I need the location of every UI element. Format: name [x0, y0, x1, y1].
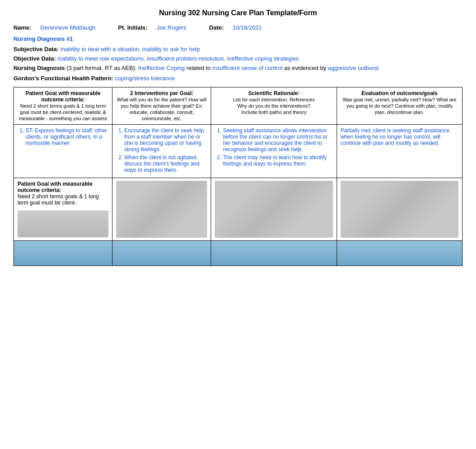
rationale-1-1: Seeking staff assistance allows interven… — [223, 127, 327, 153]
goal-subtext-2: Need 2 short terms goals & 1 long term g… — [17, 193, 99, 206]
objective-data-row: Objective Data: inability to meet role e… — [13, 55, 463, 62]
table-row-1: ST: Express feelings to staff, other cli… — [14, 125, 463, 178]
col-interventions-header: 2 Interventions per Goal: What will you … — [113, 87, 211, 125]
evaluation-text-1: Partially met; client is seeking staff a… — [341, 127, 450, 146]
care-plan-table: Patient Goal with measurable outcome cri… — [13, 87, 463, 266]
goal-cell-2: Patient Goal with measurable outcome cri… — [14, 178, 113, 241]
rationale-cell-1: Seeking staff assistance allows interven… — [211, 125, 337, 178]
col-evaluation-header: Evaluation of outcomes/goals Was goal me… — [337, 87, 462, 125]
subjective-label: Subjective Data: — [13, 46, 59, 52]
subjective-data-row: Subjective Data: inability to deal with … — [13, 46, 463, 52]
date-label: Date: — [209, 24, 224, 31]
intervention-1-1: Encourage the client to seek help from a… — [124, 127, 203, 153]
bottom-cell-3 — [211, 241, 337, 266]
intervention-1-2: When the client is not agitated, discuss… — [124, 154, 199, 173]
gordon-row: Gordon's Functional Health Pattern: copi… — [13, 75, 463, 82]
objective-label: Objective Data: — [13, 55, 56, 62]
subjective-value: inability to deal with a situation, inab… — [61, 46, 200, 52]
nursing-diagnosis-row: Nursing Diagnosis (3 part format, RT as … — [13, 65, 463, 71]
diagnosis-number: Nursing Diagnosis #1 — [13, 35, 463, 42]
page-title: Nursing 302 Nursing Care Plan Template/F… — [13, 9, 463, 17]
gordon-value: coping/stress tolerance — [115, 75, 175, 82]
bottom-cell-2 — [113, 241, 211, 266]
col-goal-header: Patient Goal with measurable outcome cri… — [14, 87, 113, 125]
related-to-text: related to — [186, 65, 212, 71]
header-section: Name: Genevieve Middaugh Pt. Initials: J… — [13, 24, 463, 31]
nursing-diag-label: Nursing Diagnosis — [13, 65, 65, 71]
pt-initials-value: Joe Rogers — [156, 24, 186, 31]
rationale-1-2: The client may need to learn how to iden… — [223, 154, 326, 167]
as-evidenced-by-text: as evidenced by — [284, 65, 328, 71]
goal-bold-2: Patient Goal with measurable outcome cri… — [17, 181, 92, 193]
aggressive-outburst: aggressive outburst — [328, 65, 379, 71]
ineffective-coping: Ineffective Coping — [138, 65, 185, 71]
insufficient-sense: insufficient sense of control — [212, 65, 283, 71]
interventions-cell-1: Encourage the client to seek help from a… — [113, 125, 211, 178]
table-row-bottom — [14, 241, 463, 266]
gordon-label: Gordon's Functional Health Pattern: — [13, 75, 113, 82]
interventions-cell-2 — [113, 178, 211, 241]
bottom-cell-4 — [337, 241, 462, 266]
col-rationale-header: Scientific Rationale: List for each inte… — [211, 87, 337, 125]
objective-value: inability to meet role expectations, ins… — [57, 55, 299, 62]
name-label: Name: — [13, 24, 31, 31]
name-value: Genevieve Middaugh — [40, 24, 95, 31]
evaluation-cell-2 — [337, 178, 462, 241]
goal-text-1: ST: Express feelings to staff, other cli… — [26, 127, 107, 146]
pt-initials-label: Pt. Initials: — [118, 24, 147, 31]
goal-cell-1: ST: Express feelings to staff, other cli… — [14, 125, 113, 178]
table-row-2: Patient Goal with measurable outcome cri… — [14, 178, 463, 241]
date-value: 10/18/2021 — [233, 24, 262, 31]
rationale-cell-2 — [211, 178, 337, 241]
nursing-diag-note: (3 part format, RT as AEB): — [66, 65, 138, 71]
evaluation-cell-1: Partially met; client is seeking staff a… — [337, 125, 462, 178]
bottom-cell-1 — [14, 241, 113, 266]
